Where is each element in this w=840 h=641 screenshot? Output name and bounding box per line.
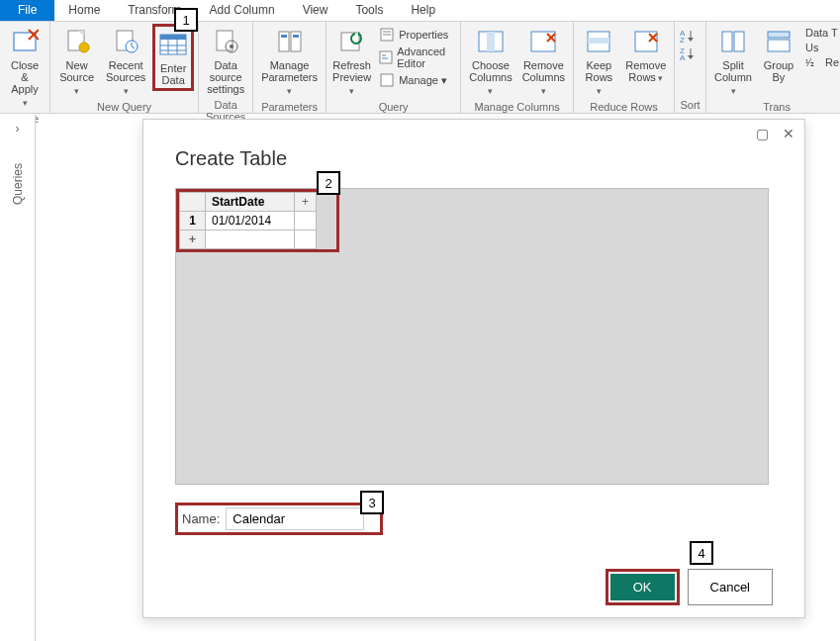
- remove-rows-icon: [630, 26, 662, 57]
- group-by-button[interactable]: Group By: [758, 24, 799, 85]
- split-column-label: Split Column: [714, 59, 752, 97]
- callout-4: 4: [690, 541, 713, 565]
- remove-columns-icon: [527, 26, 559, 57]
- properties-button[interactable]: Properties: [375, 26, 456, 44]
- svg-rect-23: [341, 33, 359, 50]
- manage-parameters-label: Manage Parameters: [261, 59, 318, 97]
- ribbon-group-newquery: New Source Recent Sources Enter Data New…: [50, 22, 199, 113]
- properties-label: Properties: [399, 29, 448, 41]
- svg-rect-53: [768, 40, 790, 51]
- group-by-label: Group By: [764, 59, 794, 83]
- close-icon[interactable]: ✕: [783, 126, 794, 141]
- keep-rows-button[interactable]: Keep Rows: [578, 24, 620, 99]
- new-source-icon: [61, 26, 93, 57]
- add-column-button[interactable]: +: [295, 193, 317, 212]
- ribbon-group-datasources: Data source settings Data Sources: [199, 22, 253, 113]
- close-apply-label: Close & Apply: [8, 59, 42, 109]
- svg-rect-33: [487, 32, 495, 51]
- manage-query-icon: [379, 72, 395, 88]
- recent-sources-button[interactable]: Recent Sources: [101, 24, 150, 99]
- sort-desc-icon[interactable]: ZA: [679, 46, 695, 61]
- callout-1: 1: [174, 8, 198, 32]
- svg-text:Z: Z: [680, 36, 685, 44]
- replace-values-button[interactable]: ¹⁄₂ Re: [801, 55, 840, 69]
- close-apply-icon: [9, 26, 41, 57]
- advanced-editor-icon: [379, 49, 393, 65]
- close-apply-button[interactable]: Close & Apply: [4, 24, 46, 111]
- choose-columns-button[interactable]: Choose Columns: [465, 24, 515, 99]
- maximize-icon[interactable]: ▢: [756, 126, 769, 141]
- grid-header[interactable]: StartDate: [206, 193, 295, 212]
- queries-panel: › Queries: [0, 114, 36, 641]
- grid-cell-empty[interactable]: [295, 212, 317, 230]
- svg-rect-39: [635, 32, 657, 51]
- enter-data-label: Enter Data: [160, 62, 186, 86]
- remove-rows-label: Remove Rows: [625, 59, 666, 84]
- properties-icon: [379, 27, 395, 43]
- tab-bar: File Home Transform Add Column View Tool…: [0, 0, 840, 22]
- svg-rect-21: [281, 35, 287, 38]
- datasource-settings-button[interactable]: Data source settings: [203, 24, 248, 97]
- remove-columns-button[interactable]: Remove Columns: [518, 24, 569, 99]
- svg-rect-52: [768, 32, 790, 38]
- group-label-newquery: New Query: [54, 99, 194, 115]
- svg-marker-45: [688, 38, 694, 42]
- add-row-button[interactable]: +: [180, 230, 206, 249]
- tab-add-column[interactable]: Add Column: [196, 0, 289, 21]
- advanced-editor-button[interactable]: Advanced Editor: [375, 45, 456, 70]
- sort-asc-icon[interactable]: AZ: [679, 28, 695, 44]
- enter-data-button[interactable]: Enter Data: [152, 24, 194, 91]
- split-column-icon: [717, 26, 749, 57]
- svg-rect-31: [381, 74, 393, 86]
- recent-sources-icon: [110, 26, 141, 57]
- grid-cell-empty[interactable]: [295, 230, 317, 249]
- queries-panel-label: Queries: [11, 163, 25, 205]
- manage-query-button[interactable]: Manage ▾: [375, 71, 456, 89]
- svg-point-18: [230, 45, 233, 48]
- remove-rows-button[interactable]: Remove Rows: [622, 24, 670, 86]
- tab-tools[interactable]: Tools: [341, 0, 397, 21]
- choose-columns-label: Choose Columns: [469, 59, 512, 97]
- svg-point-5: [79, 43, 89, 52]
- recent-sources-label: Recent Sources: [105, 59, 146, 97]
- callout-3: 3: [360, 491, 384, 514]
- group-label-sort: Sort: [679, 97, 701, 113]
- group-label-reducerows: Reduce Rows: [578, 99, 670, 115]
- name-label: Name:: [182, 511, 220, 526]
- datasource-settings-label: Data source settings: [207, 59, 244, 95]
- enter-data-icon: [157, 29, 189, 60]
- manage-parameters-button[interactable]: Manage Parameters: [257, 24, 322, 99]
- advanced-editor-label: Advanced Editor: [397, 46, 452, 69]
- grid-cell[interactable]: 01/01/2014: [206, 212, 295, 230]
- grid-corner: [180, 193, 206, 212]
- ribbon-group-parameters: Manage Parameters Parameters: [253, 22, 327, 113]
- tab-file[interactable]: File: [0, 0, 54, 21]
- tab-help[interactable]: Help: [397, 0, 449, 21]
- ribbon-group-close: Close & Apply Close: [0, 22, 50, 113]
- ok-button[interactable]: OK: [610, 574, 675, 600]
- expand-queries-chevron[interactable]: ›: [0, 114, 35, 143]
- ribbon-group-managecols: Choose Columns Remove Columns Manage Col…: [461, 22, 574, 113]
- new-source-button[interactable]: New Source: [54, 24, 99, 99]
- tab-view[interactable]: View: [289, 0, 342, 21]
- tab-home[interactable]: Home: [54, 0, 114, 21]
- refresh-preview-button[interactable]: Refresh Preview: [330, 24, 373, 99]
- svg-rect-22: [293, 35, 299, 38]
- grid-row-index: 1: [180, 212, 206, 230]
- data-grid[interactable]: StartDate + 1 01/01/2014 +: [175, 188, 769, 485]
- svg-rect-34: [531, 32, 555, 51]
- group-by-icon: [763, 26, 794, 57]
- svg-rect-38: [588, 38, 609, 44]
- split-column-button[interactable]: Split Column: [710, 24, 756, 99]
- cancel-button[interactable]: Cancel: [688, 569, 773, 605]
- new-source-label: New Source: [58, 59, 95, 97]
- table-name-input[interactable]: [226, 507, 364, 530]
- keep-rows-icon: [583, 26, 614, 57]
- choose-columns-icon: [475, 26, 507, 57]
- datatype-button[interactable]: Data T: [801, 26, 840, 40]
- grid-cell-empty[interactable]: [206, 230, 295, 249]
- name-row: Name:: [175, 503, 383, 535]
- use-first-row-button[interactable]: Us: [801, 41, 840, 54]
- dialog-title: Create Table: [175, 147, 773, 170]
- svg-rect-11: [160, 35, 186, 40]
